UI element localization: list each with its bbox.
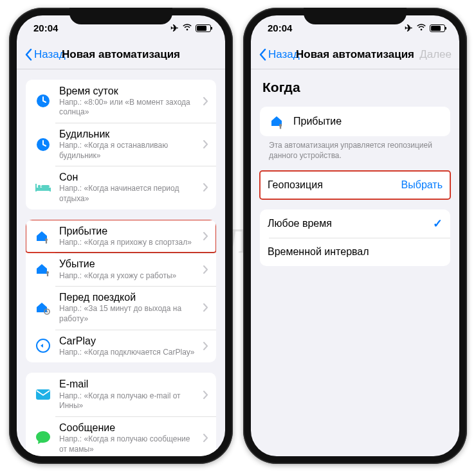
svg-point-5 — [38, 185, 41, 188]
chevron-right-icon — [203, 342, 208, 350]
status-time: 20:04 — [268, 22, 292, 33]
cell-subtitle: Напр.: «Когда я получаю сообщение от мам… — [59, 434, 199, 454]
battery-icon — [196, 24, 211, 32]
when-arrive-cell[interactable]: Прибытие — [260, 107, 450, 136]
trigger-alarm[interactable]: Будильник Напр.: «Когда я останавливаю б… — [26, 123, 216, 166]
battery-icon — [430, 24, 445, 32]
anytime-label: Любое время — [268, 217, 433, 229]
cell-subtitle: Напр.: «8:00» или «В момент захода солнц… — [59, 98, 199, 118]
cell-title: Сон — [59, 171, 199, 183]
chevron-right-icon — [203, 434, 208, 442]
clock-icon — [33, 135, 53, 154]
chevron-right-icon — [203, 265, 208, 274]
carplay-icon — [33, 336, 53, 355]
chevron-right-icon — [203, 303, 208, 312]
chevron-right-icon — [203, 183, 208, 191]
cell-title: E-mail — [59, 378, 199, 390]
cell-subtitle: Напр.: «Когда начинается период отдыха» — [59, 184, 199, 204]
back-label: Назад — [268, 48, 300, 61]
anytime-cell[interactable]: Любое время ✓ — [260, 209, 450, 238]
back-button[interactable]: Назад — [259, 48, 300, 61]
cell-title: Будильник — [59, 128, 199, 140]
cell-title: Время суток — [59, 85, 199, 97]
wifi-icon — [416, 22, 426, 33]
home-arrive-icon — [268, 112, 287, 131]
geoposition-cell[interactable]: Геопозиция Выбрать — [260, 171, 450, 199]
trigger-leave[interactable]: Убытие Напр.: «Когда я ухожу с работы» — [26, 253, 216, 286]
bed-icon — [33, 178, 53, 197]
chevron-right-icon — [203, 391, 208, 399]
svg-rect-3 — [35, 184, 37, 191]
cell-title: Сообщение — [59, 422, 199, 434]
next-button[interactable]: Далее — [419, 48, 452, 61]
nav-bar: Назад Новая автоматизация Далее — [251, 41, 459, 69]
notch — [304, 8, 407, 24]
home-arrive-icon — [33, 227, 53, 246]
interval-label: Временной интервал — [268, 245, 443, 258]
interval-cell[interactable]: Временной интервал — [260, 238, 450, 266]
cell-title: Убытие — [59, 258, 199, 270]
phone-left: 20:04 ✈︎ Назад Новая автоматизация — [9, 8, 233, 464]
cell-subtitle: Напр.: «За 15 минут до выхода на работу» — [59, 304, 199, 324]
trigger-message[interactable]: Сообщение Напр.: «Когда я получаю сообще… — [26, 416, 216, 456]
clock-icon — [33, 91, 53, 111]
airplane-icon: ✈︎ — [170, 22, 179, 34]
trigger-time-of-day[interactable]: Время суток Напр.: «8:00» или «В момент … — [26, 80, 216, 123]
trigger-before-leave[interactable]: Перед поездкой Напр.: «За 15 минут до вы… — [26, 286, 216, 329]
mail-icon — [33, 385, 53, 404]
message-icon — [33, 428, 53, 447]
svg-rect-4 — [50, 188, 51, 191]
home-before-icon — [33, 298, 53, 317]
svg-rect-2 — [35, 188, 51, 191]
svg-rect-8 — [46, 240, 47, 244]
cell-subtitle: Напр.: «Когда я прихожу в спортзал» — [59, 238, 199, 248]
cell-subtitle: Напр.: «Когда подключается CarPlay» — [59, 348, 199, 358]
cell-title: Прибытие — [59, 225, 199, 237]
airplane-icon: ✈︎ — [405, 22, 413, 34]
trigger-email[interactable]: E-mail Напр.: «Когда я получаю e-mail от… — [26, 373, 216, 416]
trigger-arrive[interactable]: Прибытие Напр.: «Когда я прихожу в спорт… — [26, 220, 216, 253]
cell-subtitle: Напр.: «Когда я ухожу с работы» — [59, 271, 199, 281]
svg-rect-6 — [41, 185, 50, 188]
svg-point-9 — [46, 271, 49, 274]
chevron-right-icon — [203, 97, 208, 105]
cell-title: CarPlay — [59, 335, 199, 347]
section-when: Когда — [260, 69, 450, 100]
back-label: Назад — [34, 48, 66, 61]
chevron-right-icon — [203, 140, 208, 148]
home-leave-icon — [33, 260, 53, 279]
chevron-right-icon — [203, 232, 208, 240]
nav-bar: Назад Новая автоматизация — [17, 41, 225, 69]
when-arrive-label: Прибытие — [293, 115, 443, 127]
geoposition-label: Геопозиция — [268, 179, 401, 191]
svg-point-7 — [45, 238, 48, 240]
back-button[interactable]: Назад — [24, 48, 66, 61]
trigger-sleep[interactable]: Сон Напр.: «Когда начинается период отды… — [26, 166, 216, 209]
status-time: 20:04 — [33, 22, 58, 33]
svg-rect-10 — [47, 274, 48, 277]
svg-rect-17 — [280, 126, 281, 129]
checkmark-icon: ✓ — [433, 217, 443, 231]
notch — [69, 8, 172, 24]
geoposition-action[interactable]: Выбрать — [401, 179, 443, 191]
phone-right: 20:04 ✈︎ Назад Новая автоматизация Далее — [243, 8, 467, 464]
trigger-carplay[interactable]: CarPlay Напр.: «Когда подключается CarPl… — [26, 330, 216, 363]
cell-subtitle: Напр.: «Когда я останавливаю будильник» — [59, 141, 199, 161]
geo-footnote: Эта автоматизация управляется геопозицие… — [260, 136, 450, 161]
wifi-icon — [182, 22, 192, 33]
cell-title: Перед поездкой — [59, 291, 199, 303]
cell-subtitle: Напр.: «Когда я получаю e-mail от Инны» — [59, 391, 199, 411]
